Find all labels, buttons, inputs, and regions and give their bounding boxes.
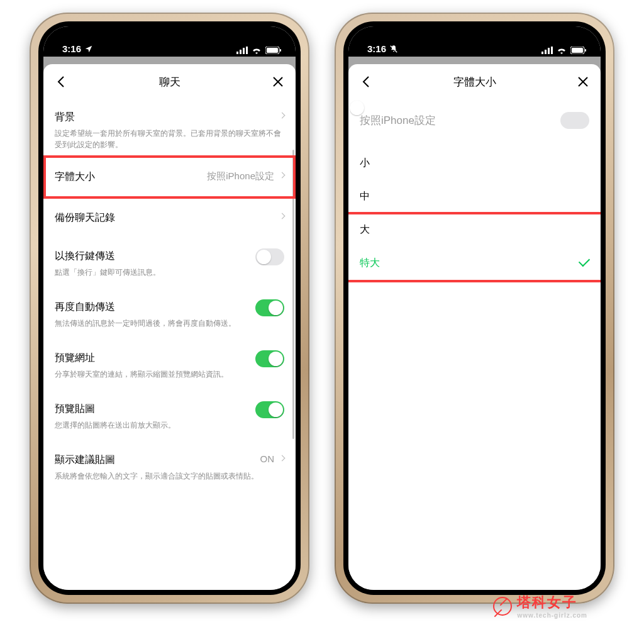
row-suggest-sticker-sub: 系統將會依您輸入的文字，顯示適合該文字的貼圖或表情貼。: [55, 470, 284, 482]
screen-right: 3:16 字體大小: [348, 26, 601, 590]
row-preview-url: 預覽網址 分享於聊天室的連結，將顯示縮圖並預覽網站資訊。: [55, 335, 284, 386]
row-background[interactable]: 背景 設定希望統一套用於所有聊天室的背景。已套用背景的聊天室將不會受到此設定的影…: [55, 99, 284, 157]
row-suggest-sticker-title: 顯示建議貼圖: [55, 453, 284, 467]
option-small-label: 小: [360, 157, 370, 168]
row-preview-url-title: 預覽網址: [55, 352, 284, 365]
option-medium[interactable]: 中: [360, 180, 589, 213]
battery-icon: [570, 47, 587, 54]
svg-rect-2: [243, 48, 245, 54]
back-button[interactable]: [351, 64, 381, 99]
svg-rect-16: [585, 49, 586, 52]
row-preview-sticker-title: 預覽貼圖: [55, 402, 284, 416]
settings-sheet: 聊天 背景 設定希望統一套用於所有聊天室的背景。已套用背景的聊天室將不會受到此設…: [43, 64, 296, 590]
font-size-content: 按照iPhone設定 小 中 大: [348, 99, 601, 590]
wifi-icon: [252, 47, 262, 54]
phone-notch: [425, 21, 525, 40]
toggle-resend[interactable]: [255, 299, 284, 316]
row-backup[interactable]: 備份聊天記錄: [55, 197, 284, 238]
status-indicators: [236, 47, 282, 54]
phone-mockup-left: 3:16 聊天: [30, 13, 309, 604]
option-medium-label: 中: [360, 191, 370, 201]
status-time: 3:16: [62, 43, 81, 54]
silent-icon: [389, 45, 398, 53]
svg-rect-12: [548, 48, 550, 54]
row-background-sub: 設定希望統一套用於所有聊天室的背景。已套用背景的聊天室將不會受到此設定的影響。: [55, 128, 284, 150]
battery-icon: [265, 47, 282, 54]
row-suggest-sticker-value: ON: [260, 453, 275, 464]
checkmark-icon: [579, 255, 590, 267]
row-font-size[interactable]: 字體大小 按照iPhone設定: [55, 157, 284, 197]
close-icon: [577, 76, 589, 87]
option-xlarge-label: 特大: [360, 257, 380, 268]
wifi-icon: [557, 47, 567, 54]
close-icon: [272, 76, 284, 87]
option-large[interactable]: 大: [360, 213, 589, 247]
row-follow-iphone-label: 按照iPhone設定: [360, 113, 436, 128]
watermark: 塔科女子 www.tech-girlz.com: [493, 593, 587, 619]
phone-bezel: 3:16 字體大小: [343, 21, 606, 595]
cellular-icon: [236, 47, 248, 54]
row-suggest-sticker[interactable]: 顯示建議貼圖 ON 系統將會依您輸入的文字，顯示適合該文字的貼圖或表情貼。: [55, 437, 284, 488]
svg-rect-15: [572, 48, 583, 53]
phone-mockup-right: 3:16 字體大小: [335, 13, 614, 604]
phone-notch: [119, 21, 220, 40]
font-size-sheet: 字體大小 按照iPhone設定 小 中: [348, 64, 601, 590]
screen-left: 3:16 聊天: [43, 26, 296, 590]
option-large-label: 大: [360, 224, 370, 235]
close-button[interactable]: [263, 64, 293, 99]
back-button[interactable]: [46, 64, 76, 99]
toggle-follow-iphone[interactable]: [560, 112, 589, 129]
row-send-enter: 以換行鍵傳送 點選「換行」鍵即可傳送訊息。: [55, 238, 284, 284]
settings-content: 背景 設定希望統一套用於所有聊天室的背景。已套用背景的聊天室將不會受到此設定的影…: [43, 99, 296, 590]
watermark-main: 塔科女子: [517, 593, 587, 612]
chevron-left-icon: [56, 75, 66, 88]
svg-rect-11: [545, 50, 547, 54]
row-font-size-value: 按照iPhone設定: [207, 170, 274, 182]
row-preview-sticker: 預覽貼圖 您選擇的貼圖將在送出前放大顯示。: [55, 386, 284, 437]
row-background-title: 背景: [55, 111, 284, 124]
row-backup-title: 備份聊天記錄: [55, 211, 284, 225]
option-small[interactable]: 小: [360, 147, 589, 180]
watermark-logo-icon: [493, 597, 512, 616]
chevron-left-icon: [361, 75, 371, 88]
phone-bezel: 3:16 聊天: [38, 21, 301, 595]
row-resend: 再度自動傳送 無法傳送的訊息於一定時間過後，將會再度自動傳送。: [55, 284, 284, 335]
close-button[interactable]: [568, 64, 598, 99]
status-time: 3:16: [367, 43, 386, 54]
nav-header: 字體大小: [348, 64, 601, 99]
svg-rect-6: [280, 49, 281, 52]
svg-rect-0: [236, 52, 238, 54]
location-icon: [84, 45, 93, 53]
watermark-sub: www.tech-girlz.com: [517, 612, 587, 619]
row-preview-sticker-sub: 您選擇的貼圖將在送出前放大顯示。: [55, 419, 284, 431]
svg-rect-13: [551, 47, 553, 54]
row-follow-iphone: 按照iPhone設定: [360, 99, 589, 147]
nav-header: 聊天: [43, 64, 296, 99]
cellular-icon: [541, 47, 553, 54]
page-title: 字體大小: [453, 75, 496, 89]
row-send-enter-sub: 點選「換行」鍵即可傳送訊息。: [55, 267, 284, 278]
toggle-preview-url[interactable]: [255, 350, 284, 367]
svg-rect-10: [541, 52, 543, 54]
toggle-preview-sticker[interactable]: [255, 401, 284, 418]
scrollbar[interactable]: [292, 150, 294, 439]
status-indicators: [541, 47, 587, 54]
page-title: 聊天: [159, 75, 180, 89]
row-send-enter-title: 以換行鍵傳送: [55, 250, 284, 263]
row-resend-sub: 無法傳送的訊息於一定時間過後，將會再度自動傳送。: [55, 318, 284, 329]
svg-rect-5: [267, 48, 278, 53]
svg-rect-3: [246, 47, 248, 54]
toggle-send-enter[interactable]: [255, 248, 284, 265]
row-resend-title: 再度自動傳送: [55, 301, 284, 314]
option-xlarge[interactable]: 特大: [360, 247, 589, 280]
row-preview-url-sub: 分享於聊天室的連結，將顯示縮圖並預覽網站資訊。: [55, 369, 284, 380]
svg-rect-1: [240, 50, 242, 54]
